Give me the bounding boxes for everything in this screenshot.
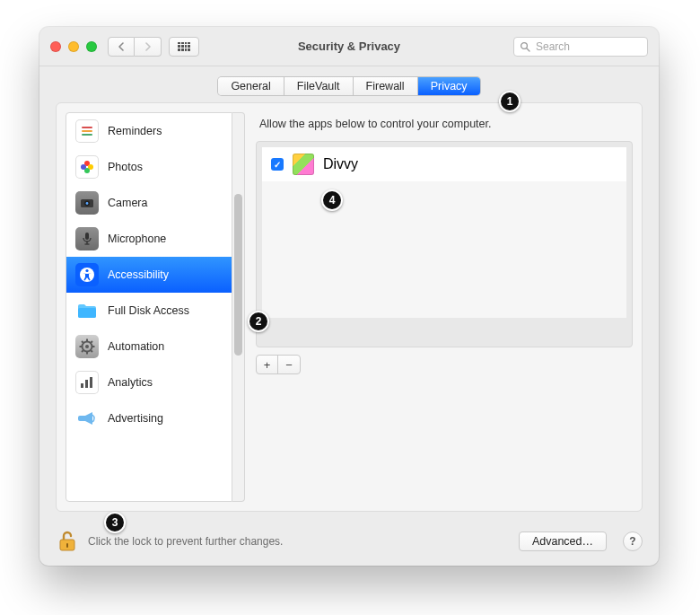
tabs: General FileVault Firewall Privacy [39,66,659,102]
close-window-button[interactable] [50,41,61,52]
tab-filevault[interactable]: FileVault [284,77,354,95]
sidebar-item-label: Accessibility [108,268,169,281]
sidebar-item-label: Photos [108,161,143,173]
svg-rect-33 [66,543,68,548]
svg-rect-12 [85,233,89,240]
tab-general[interactable]: General [218,77,284,95]
traffic-lights [50,41,97,52]
annotation-badge-2: 2 [248,311,269,332]
photos-icon [75,155,99,179]
annotation-badge-4: 4 [321,189,343,211]
titlebar: Security & Privacy Search [39,27,659,66]
svg-point-11 [86,202,89,205]
help-button[interactable]: ? [623,532,643,551]
sidebar-item-label: Automation [108,340,164,353]
app-row-empty [262,250,626,284]
remove-app-button[interactable]: − [278,356,300,373]
scrollbar-thumb[interactable] [234,194,242,356]
sidebar-item-microphone[interactable]: Microphone [66,221,232,257]
svg-point-20 [85,345,89,348]
back-button[interactable] [108,37,135,57]
sidebar-item-camera[interactable]: Camera [66,185,232,221]
content-area: Reminders Photos Camera [56,102,643,512]
sidebar-item-automation[interactable]: Automation [66,329,232,365]
analytics-icon [75,371,99,394]
svg-rect-18 [78,308,96,318]
svg-line-25 [82,341,83,343]
svg-rect-31 [90,377,92,388]
svg-rect-30 [85,380,88,388]
privacy-sidebar: Reminders Photos Camera [66,112,232,502]
svg-line-28 [91,341,92,343]
sidebar-scrollbar[interactable] [232,112,245,502]
zoom-window-button[interactable] [86,41,97,52]
svg-rect-4 [82,134,92,136]
search-input[interactable]: Search [513,37,648,57]
add-app-button[interactable]: + [257,356,278,373]
svg-rect-3 [82,130,92,132]
svg-point-17 [85,269,88,272]
sidebar-item-accessibility[interactable]: Accessibility [66,257,232,293]
app-checkbox[interactable]: ✓ [271,158,284,171]
accessibility-icon [75,263,99,286]
microphone-icon [75,227,99,250]
sidebar-item-label: Microphone [108,233,166,245]
automation-icon [75,335,99,358]
svg-rect-2 [82,127,92,128]
sidebar-item-label: Reminders [108,125,162,137]
advertising-icon [75,407,99,430]
sidebar-item-advertising[interactable]: Advertising [66,400,232,436]
sidebar-item-full-disk-access[interactable]: Full Disk Access [66,293,232,329]
footer: Click the lock to prevent further change… [39,521,659,566]
lock-open-icon [56,530,79,553]
sidebar-item-label: Advertising [108,412,163,425]
app-row-empty [262,215,626,250]
app-name: Divvy [323,156,358,172]
svg-point-0 [521,42,528,48]
tab-privacy[interactable]: Privacy [418,77,480,95]
tab-firewall[interactable]: Firewall [354,77,418,95]
minimize-window-button[interactable] [68,41,79,52]
folder-icon [75,299,99,322]
search-icon [520,41,530,52]
pane-description: Allow the apps below to control your com… [256,112,633,141]
divvy-app-icon [293,154,314,175]
camera-icon [75,191,99,215]
sidebar-item-reminders[interactable]: Reminders [66,113,232,149]
app-row-empty [262,284,626,318]
svg-point-8 [81,164,86,170]
lock-text: Click the lock to prevent further change… [88,535,283,548]
app-row-empty [262,181,626,215]
sidebar-item-analytics[interactable]: Analytics [66,365,232,400]
nav-back-forward [108,37,162,57]
reminders-icon [75,119,99,143]
sidebar-item-label: Camera [108,197,147,209]
add-remove-segment: + − [256,355,301,374]
forward-button[interactable] [135,37,162,57]
advanced-button[interactable]: Advanced… [519,532,607,551]
annotation-badge-1: 1 [499,91,521,112]
svg-line-26 [91,350,92,352]
svg-line-27 [82,350,83,352]
svg-rect-29 [81,383,83,388]
sidebar-item-photos[interactable]: Photos [66,149,232,185]
sidebar-item-label: Full Disk Access [108,304,189,317]
grid-icon [178,42,190,51]
search-placeholder: Search [536,40,570,53]
lock-button[interactable] [56,530,79,553]
svg-line-1 [527,48,529,51]
app-list: ✓ Divvy [256,141,633,347]
app-row[interactable]: ✓ Divvy [262,147,626,181]
show-all-button[interactable] [169,37,199,57]
annotation-badge-3: 3 [104,512,126,533]
sidebar-item-label: Analytics [108,376,153,389]
preferences-window: Security & Privacy Search General FileVa… [39,27,659,566]
main-pane: Allow the apps below to control your com… [256,112,633,502]
